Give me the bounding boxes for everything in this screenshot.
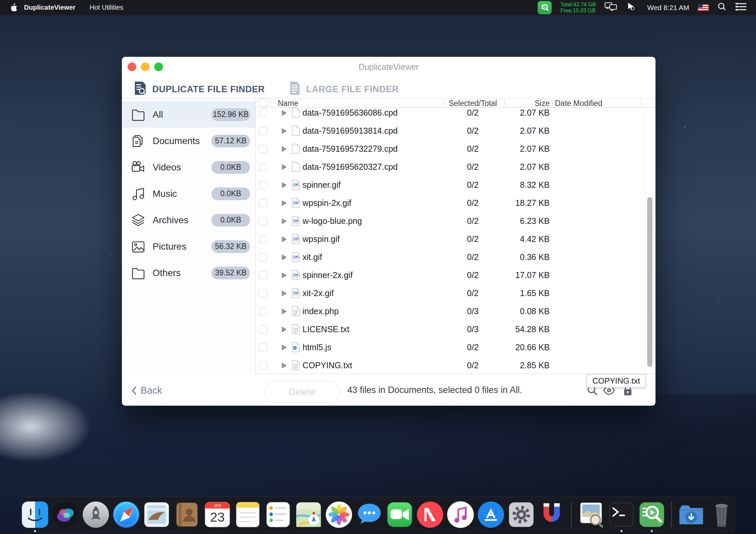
disclosure-triangle-icon[interactable] — [282, 326, 287, 332]
table-row[interactable]: LICENSE.txt 0/3 54.28 KB — [256, 320, 655, 338]
disclosure-triangle-icon[interactable] — [282, 272, 287, 278]
notification-center-icon[interactable] — [735, 2, 747, 13]
dock-icon-calendar[interactable]: JAN23 — [203, 501, 231, 529]
dock-icon-terminal[interactable] — [607, 501, 635, 529]
disclosure-triangle-icon[interactable] — [282, 363, 287, 369]
table-row[interactable]: data-7591695913814.cpd 0/2 2.07 KB — [256, 122, 655, 140]
row-checkbox[interactable] — [259, 127, 267, 135]
row-checkbox[interactable] — [259, 307, 267, 315]
column-header-date-modified[interactable]: Date Modified — [555, 99, 602, 108]
row-checkbox[interactable] — [259, 362, 267, 370]
disclosure-triangle-icon[interactable] — [282, 308, 287, 314]
dock-icon-messages[interactable] — [355, 501, 383, 529]
disclosure-triangle-icon[interactable] — [282, 290, 287, 296]
dock-icon-downloads[interactable] — [677, 501, 705, 529]
dock-icon-photos[interactable] — [325, 501, 353, 529]
dock-icon-magnet[interactable] — [538, 501, 566, 529]
spotlight-search-icon[interactable] — [717, 2, 727, 13]
dock-icon-duplicateviewer[interactable] — [638, 501, 666, 529]
dock-icon-trash[interactable] — [708, 501, 736, 529]
row-checkbox[interactable] — [259, 181, 267, 189]
us-flag-input-icon[interactable] — [698, 4, 709, 11]
table-row[interactable]: wpspin.gif 0/2 4.42 KB — [256, 230, 655, 248]
sidebar-item-documents[interactable]: Documents 57.12 KB — [122, 128, 255, 154]
disk-usage-readout[interactable]: Total:42.74 GB Free:15.03 GB — [560, 2, 596, 14]
apple-menu-icon[interactable] — [9, 3, 18, 12]
back-button[interactable]: Back — [131, 385, 162, 396]
sidebar-item-all[interactable]: All 152.96 KB — [122, 101, 255, 128]
dock-icon-siri[interactable] — [51, 501, 79, 529]
scrollbar-thumb[interactable] — [647, 197, 652, 367]
dock-icon-system-preferences[interactable] — [507, 501, 535, 529]
sidebar-item-music[interactable]: Music 0.0KB — [122, 180, 255, 207]
remote-cursor-menu-icon[interactable] — [626, 2, 636, 13]
disclosure-triangle-icon[interactable] — [282, 110, 287, 116]
close-window-button[interactable] — [128, 62, 136, 71]
sidebar-item-videos[interactable]: Videos 0.0KB — [122, 154, 255, 180]
dock-icon-contacts[interactable] — [173, 501, 201, 529]
table-row[interactable]: xit.gif 0/2 0.36 KB — [256, 248, 655, 266]
table-row[interactable]: html5.js 0/2 20.66 KB — [256, 338, 655, 356]
table-row[interactable]: data-7591695732279.cpd 0/2 2.07 KB — [256, 140, 655, 158]
sidebar-item-label: Videos — [153, 162, 181, 173]
tab-large-file-finder[interactable]: LARGE FILE FINDER — [289, 80, 399, 99]
disclosure-triangle-icon[interactable] — [282, 164, 287, 170]
table-row[interactable]: spinner.gif 0/2 8.32 KB — [256, 176, 655, 194]
dock-icon-notes[interactable] — [234, 501, 262, 529]
row-checkbox[interactable] — [259, 217, 267, 225]
dock-icon-launchpad[interactable] — [82, 501, 110, 529]
row-checkbox[interactable] — [259, 145, 267, 153]
dock-icon-facetime[interactable] — [386, 501, 414, 529]
row-checkbox[interactable] — [259, 325, 267, 333]
minimize-window-button[interactable] — [141, 62, 150, 71]
dock-icon-mail[interactable] — [143, 501, 171, 529]
menu-clock[interactable]: Wed 8:21 AM — [647, 4, 689, 12]
menu-item-hot-utilities[interactable]: Hot Utilities — [89, 4, 123, 11]
disclosure-triangle-icon[interactable] — [282, 182, 287, 188]
table-row[interactable]: data-7591695620327.cpd 0/2 2.07 KB — [256, 158, 655, 176]
column-header-name[interactable]: Name — [278, 99, 298, 108]
disclosure-triangle-icon[interactable] — [282, 345, 287, 351]
row-checkbox[interactable] — [259, 235, 267, 243]
dock-icon-reminders[interactable] — [264, 501, 292, 529]
menu-app-name[interactable]: DuplicateViewer — [24, 4, 75, 11]
disclosure-triangle-icon[interactable] — [282, 236, 287, 242]
duplicateviewer-status-icon[interactable] — [538, 1, 552, 14]
dock-icon-preview[interactable] — [577, 501, 605, 529]
row-checkbox[interactable] — [259, 253, 267, 261]
row-checkbox[interactable] — [259, 163, 267, 171]
disclosure-triangle-icon[interactable] — [282, 200, 287, 206]
dock-icon-app-store[interactable] — [477, 501, 505, 529]
displays-menu-icon[interactable] — [604, 2, 618, 13]
table-row[interactable]: COPYING.txt 0/2 2.85 KB — [256, 356, 655, 374]
sidebar-item-pictures[interactable]: Pictures 56.32 KB — [122, 233, 255, 260]
dock-icon-finder[interactable] — [21, 501, 49, 529]
table-row[interactable]: w-logo-blue.png 0/2 6.23 KB — [256, 212, 655, 230]
zoom-window-button[interactable] — [154, 62, 163, 71]
table-row[interactable]: spinner-2x.gif 0/2 17.07 KB — [256, 266, 655, 284]
dock-icon-itunes[interactable] — [446, 501, 475, 529]
select-all-checkbox[interactable] — [259, 99, 267, 107]
dock-icon-news[interactable] — [416, 501, 444, 529]
column-header-selected-total[interactable]: Selected/Total — [448, 99, 498, 108]
sidebar-item-archives[interactable]: Archives 0.0KB — [122, 207, 255, 233]
delete-button[interactable]: Delete — [264, 381, 341, 403]
dock-icon-safari[interactable] — [112, 501, 140, 529]
row-checkbox[interactable] — [259, 289, 267, 297]
tab-duplicate-file-finder[interactable]: DUPLICATE FILE FINDER — [134, 80, 265, 99]
table-row[interactable]: xit-2x.gif 0/2 1.65 KB — [256, 284, 655, 302]
disclosure-triangle-icon[interactable] — [282, 146, 287, 152]
row-checkbox[interactable] — [259, 271, 267, 279]
table-row[interactable]: wpspin-2x.gif 0/2 18.27 KB — [256, 194, 655, 212]
dock-icon-maps[interactable] — [295, 501, 323, 529]
column-header-size[interactable]: Size — [510, 99, 550, 108]
row-checkbox[interactable] — [259, 344, 267, 352]
row-checkbox[interactable] — [259, 109, 267, 117]
row-checkbox[interactable] — [259, 199, 267, 207]
sidebar-item-others[interactable]: Others 39.52 KB — [122, 260, 255, 286]
table-row[interactable]: index.php 0/3 0.08 KB — [256, 302, 655, 320]
disclosure-triangle-icon[interactable] — [282, 218, 287, 224]
disclosure-triangle-icon[interactable] — [282, 128, 287, 134]
disclosure-triangle-icon[interactable] — [282, 254, 287, 260]
table-row[interactable]: data-7591695636086.cpd 0/2 2.07 KB — [256, 108, 655, 122]
